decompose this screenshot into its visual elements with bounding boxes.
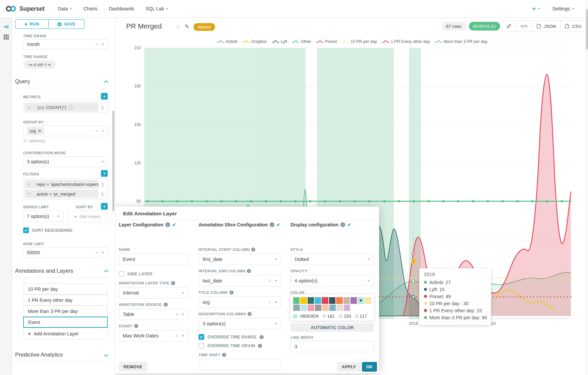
legend-item[interactable]: More than 3 PR per day <box>435 39 488 44</box>
chart-select[interactable]: Max Work Dates ✕ <box>119 330 188 341</box>
legend-item[interactable]: 1 PR Every other day <box>382 39 430 44</box>
remove-chip-icon[interactable]: ✕ <box>38 129 41 133</box>
apply-button[interactable]: APPLY <box>337 362 361 372</box>
altered-badge[interactable]: Altered <box>194 23 215 31</box>
group-by-chip[interactable]: org ✕ <box>27 127 44 135</box>
color-swatch[interactable] <box>322 297 328 304</box>
row-limit-select[interactable]: 50000 ✕ <box>23 247 108 258</box>
color-swatch[interactable] <box>344 305 351 311</box>
color-swatch[interactable] <box>293 305 300 311</box>
color-swatch[interactable] <box>329 305 336 311</box>
clear-icon[interactable]: ✕ <box>175 333 179 338</box>
interval-end-select[interactable]: last_date ✕ <box>199 275 281 286</box>
copy-link-button[interactable] <box>502 21 516 32</box>
color-swatch[interactable] <box>315 297 321 304</box>
add-sort-metric-icon-button[interactable]: + <box>101 203 108 210</box>
expand-section-icon[interactable] <box>104 353 108 357</box>
color-swatch[interactable] <box>308 297 314 304</box>
color-swatch-selected[interactable] <box>358 297 364 304</box>
time-grain-select[interactable]: month ✕ <box>23 39 108 49</box>
clear-icon[interactable]: ✕ <box>175 312 179 317</box>
remove-filter-icon[interactable]: ✕ <box>24 182 34 187</box>
clear-icon[interactable]: ✕ <box>268 300 272 305</box>
g-value[interactable]: 233 <box>344 314 351 319</box>
filter-chip[interactable]: ✕ repo = 'apache/incubator-supers... <box>24 180 99 189</box>
hex-value[interactable]: #B5E9D9 <box>300 314 319 319</box>
color-swatch[interactable] <box>351 297 357 304</box>
color-swatch[interactable] <box>343 297 350 304</box>
expand-datasource-icon[interactable] <box>0 22 12 32</box>
color-swatch[interactable] <box>308 305 314 311</box>
style-select[interactable]: Dotted <box>290 254 374 265</box>
add-metric-icon-button[interactable]: + <box>101 93 108 100</box>
filter-chip[interactable]: ✕ action = 'pr_merged' <box>24 190 99 198</box>
color-swatch[interactable] <box>301 305 307 311</box>
add-annotation-layer-button[interactable]: + Add Annotation Layer <box>23 328 108 339</box>
panel-scrollbar[interactable] <box>112 111 114 211</box>
contribution-mode-select[interactable]: 3 option(s) <box>23 156 108 167</box>
annotation-source-select[interactable]: Table ✕ <box>119 309 188 320</box>
sort-by-add-metric[interactable]: + Add metric <box>67 211 108 222</box>
remove-filter-icon[interactable]: ✕ <box>24 192 34 197</box>
annotation-layer-item-selected[interactable]: Event <box>23 317 108 328</box>
sort-descending-checkbox[interactable]: ✔ <box>23 227 29 233</box>
color-swatch[interactable] <box>336 305 343 311</box>
expand-metric-icon[interactable]: ❯ <box>99 105 106 110</box>
collapse-section-icon[interactable] <box>104 270 108 274</box>
color-swatch[interactable] <box>336 297 342 304</box>
run-button[interactable]: RUN <box>15 19 49 29</box>
page-scrollbar[interactable] <box>585 0 588 375</box>
remove-metric-icon[interactable]: ✕ <box>24 105 34 110</box>
clear-icon[interactable]: ✕ <box>268 278 272 283</box>
clear-icon[interactable]: ✕ <box>95 42 99 47</box>
collapse-section-icon[interactable] <box>104 80 108 85</box>
new-item-button[interactable]: + <box>532 5 540 12</box>
expand-filter-icon[interactable]: ❯ <box>99 192 106 197</box>
b-value[interactable]: 217 <box>360 314 367 319</box>
legend-item[interactable]: Preset <box>316 39 337 44</box>
legend-item[interactable]: Dropbox <box>243 39 267 44</box>
interval-start-select[interactable]: first_date <box>199 254 281 265</box>
nav-item-charts[interactable]: Charts <box>84 6 97 11</box>
settings-menu[interactable]: Settings <box>552 6 575 11</box>
color-swatch[interactable] <box>315 305 322 311</box>
clear-icon[interactable]: ✕ <box>95 128 99 133</box>
annotation-layer-item[interactable]: More than 3 PR per day <box>23 306 108 317</box>
automatic-color-button[interactable]: AUTOMATIC COLOR <box>290 323 374 332</box>
scrollbar-thumb[interactable] <box>586 9 588 50</box>
save-button[interactable]: SAVE <box>49 19 85 29</box>
ok-button[interactable]: OK <box>362 362 377 372</box>
expand-filter-icon[interactable]: ❯ <box>99 182 106 187</box>
embed-code-button[interactable]: </> <box>516 21 532 32</box>
remove-button[interactable]: REMOVE <box>119 362 147 372</box>
line-width-input[interactable] <box>290 341 374 352</box>
edit-properties-icon[interactable]: ✎ <box>184 23 189 30</box>
favorite-star-icon[interactable]: ☆ <box>175 23 181 31</box>
metric-chip[interactable]: ✕ ƒ(x) COUNT(*) ? <box>24 103 99 112</box>
legend-item[interactable]: Airbnb <box>217 39 238 44</box>
legend-item[interactable]: 10 PR per day <box>342 39 377 44</box>
clear-icon[interactable]: ✕ <box>95 250 99 255</box>
nav-item-dashboards[interactable]: Dashboards <box>109 6 134 11</box>
title-column-select[interactable]: org ✕ <box>199 297 281 308</box>
color-swatch[interactable] <box>293 297 300 304</box>
series-limit-select[interactable]: 7 option(s) <box>23 211 63 222</box>
opacity-select[interactable]: 4 option(s) <box>290 275 374 286</box>
color-swatch[interactable] <box>300 297 307 304</box>
override-time-grain-checkbox[interactable] <box>199 343 204 349</box>
legend-item[interactable]: Other <box>292 39 311 44</box>
export-csv-button[interactable]: .CSV <box>560 21 586 32</box>
add-filter-icon-button[interactable]: + <box>101 170 108 177</box>
color-swatch[interactable] <box>365 297 371 304</box>
group-by-select[interactable]: org ✕ ✕ <box>23 125 108 136</box>
annotation-layer-item[interactable]: 1 PR Every other day <box>23 294 108 306</box>
nav-item-sql-lab[interactable]: SQL Lab <box>146 6 168 11</box>
hide-layer-checkbox[interactable] <box>119 271 124 277</box>
time-shift-input[interactable] <box>199 359 281 370</box>
color-swatch[interactable] <box>329 297 335 304</box>
nav-item-data[interactable]: Data <box>58 6 72 11</box>
name-input[interactable] <box>119 254 188 265</box>
r-value[interactable]: 181 <box>327 314 335 319</box>
color-swatch[interactable] <box>322 305 329 311</box>
override-time-range-checkbox[interactable]: ✔ <box>199 334 204 340</box>
